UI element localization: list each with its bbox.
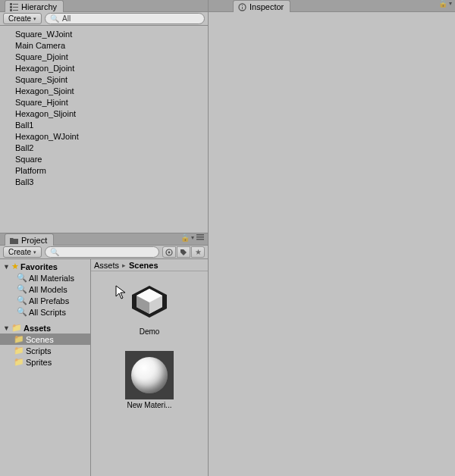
hierarchy-item[interactable]: Square_Sjoint	[15, 74, 208, 86]
save-search-button[interactable]: ★	[191, 246, 205, 258]
favorite-item-label: All Scripts	[29, 308, 66, 317]
project-search-input[interactable]: 🔍	[45, 246, 159, 258]
hierarchy-item[interactable]: Hexagon_Sljoint	[15, 108, 208, 120]
svg-rect-2	[10, 9, 12, 11]
svg-rect-7	[196, 236, 204, 238]
hierarchy-search-input[interactable]: 🔍 All	[45, 13, 205, 24]
hierarchy-item[interactable]: Square_Hjoint	[15, 97, 208, 108]
asset-item[interactable]: Demo	[123, 277, 176, 336]
lock-icon[interactable]: 🔒	[180, 233, 190, 242]
svg-rect-8	[196, 239, 204, 240]
hierarchy-item[interactable]: Platform	[15, 165, 208, 177]
breadcrumb-item[interactable]: Assets	[94, 261, 119, 270]
hierarchy-item[interactable]: Hexagon_Sjoint	[15, 86, 208, 97]
svg-rect-4	[13, 7, 18, 8]
search-icon: 🔍	[50, 249, 59, 256]
project-panel: Project 🔒 ▾ Create ▾ 🔍	[0, 233, 209, 476]
project-create-label: Create	[8, 248, 31, 256]
hierarchy-item[interactable]: Main Camera	[15, 40, 208, 52]
panel-menu-button[interactable]	[196, 233, 205, 242]
favorite-item-label: All Prefabs	[29, 296, 69, 305]
folder-icon: 📁	[14, 346, 24, 355]
tree-favorite-item[interactable]: 🔍All Scripts	[0, 306, 90, 318]
lock-icon[interactable]: 🔒	[438, 0, 447, 8]
favorite-item-label: All Materials	[29, 274, 74, 283]
search-filter-icon: 🔍	[17, 273, 27, 283]
inspector-tab-row: Inspector 🔒 ▾	[209, 0, 455, 12]
svg-rect-0	[10, 3, 12, 5]
tree-favorites-header[interactable]: ▼★Favorites	[0, 261, 90, 272]
project-body: ▼★Favorites🔍All Materials🔍All Models🔍All…	[0, 259, 208, 476]
tree-favorite-item[interactable]: 🔍All Materials	[0, 272, 90, 283]
filter-by-label-button[interactable]	[177, 246, 190, 258]
hierarchy-item[interactable]: Ball3	[15, 177, 208, 188]
breadcrumb[interactable]: Assets▸Scenes	[91, 259, 208, 271]
tree-favorite-item[interactable]: 🔍All Prefabs	[0, 295, 90, 306]
search-icon: 🔍	[50, 15, 59, 23]
inspector-tab-label: Inspector	[249, 2, 284, 11]
favorite-item-label: All Models	[29, 285, 67, 294]
tree-favorite-item[interactable]: 🔍All Models	[0, 283, 90, 295]
breadcrumb-separator-icon: ▸	[122, 261, 126, 269]
hierarchy-item[interactable]: Ball2	[15, 142, 208, 154]
hierarchy-item[interactable]: Ball1	[15, 120, 208, 131]
dropdown-icon: ▾	[449, 0, 452, 7]
hierarchy-item[interactable]: Hexagon_WJoint	[15, 131, 208, 142]
dropdown-icon: ▾	[33, 16, 36, 22]
hierarchy-tab-label: Hierarchy	[21, 2, 57, 11]
project-create-button[interactable]: Create ▾	[3, 246, 42, 258]
material-thumbnail	[125, 351, 174, 399]
project-tab-label: Project	[21, 236, 47, 245]
breadcrumb-item[interactable]: Scenes	[129, 261, 158, 270]
hierarchy-list[interactable]: Square_WJointMain CameraSquare_DjointHex…	[0, 26, 208, 233]
dropdown-icon: ▾	[191, 234, 194, 241]
scene-thumbnail	[125, 277, 174, 326]
folder-icon: 📁	[11, 323, 22, 333]
svg-rect-3	[13, 4, 18, 5]
star-icon: ★	[11, 261, 19, 271]
hierarchy-item[interactable]: Hexagon_Djoint	[15, 63, 208, 74]
filter-by-type-button[interactable]	[162, 246, 176, 258]
svg-rect-1	[10, 6, 12, 8]
folder-item-label: Scenes	[26, 335, 54, 344]
expand-icon: ▼	[3, 263, 10, 271]
project-grid[interactable]: DemoNew Materi...	[91, 271, 208, 476]
project-tab[interactable]: Project	[5, 233, 54, 246]
hierarchy-search-text: All	[62, 14, 199, 23]
svg-rect-18	[242, 7, 243, 9]
expand-icon: ▼	[3, 324, 10, 332]
tree-assets-header[interactable]: ▼📁Assets	[0, 322, 90, 334]
project-tree[interactable]: ▼★Favorites🔍All Materials🔍All Models🔍All…	[0, 259, 91, 476]
project-tab-options: 🔒 ▾	[180, 233, 205, 242]
search-filter-icon: 🔍	[17, 296, 27, 305]
tree-folder-item[interactable]: 📁Scripts	[0, 345, 90, 356]
asset-item-label: New Materi...	[127, 401, 172, 409]
svg-rect-6	[196, 234, 204, 236]
hierarchy-item[interactable]: Square	[15, 154, 208, 165]
hierarchy-icon	[10, 3, 18, 11]
svg-rect-5	[13, 10, 18, 11]
hierarchy-item[interactable]: Square_WJoint	[15, 29, 208, 40]
tree-folder-item[interactable]: 📁Scenes	[0, 334, 90, 345]
tree-folder-item[interactable]: 📁Sprites	[0, 356, 90, 368]
hierarchy-toolbar: Create ▾ 🔍 All	[0, 12, 208, 26]
project-content: Assets▸Scenes DemoNew Materi...	[91, 259, 208, 476]
asset-item-label: Demo	[140, 327, 160, 336]
asset-item[interactable]: New Materi...	[123, 351, 176, 409]
project-tab-row: Project 🔒 ▾	[0, 233, 208, 246]
project-icon	[10, 236, 18, 245]
hierarchy-tab[interactable]: Hierarchy	[5, 0, 64, 12]
hierarchy-panel: Hierarchy Create ▾ 🔍 All Square_WJointMa…	[0, 0, 209, 233]
svg-point-10	[168, 251, 171, 253]
folder-item-label: Scripts	[26, 346, 52, 355]
hierarchy-create-button[interactable]: Create ▾	[3, 13, 42, 24]
hierarchy-create-label: Create	[8, 14, 31, 23]
inspector-icon	[238, 3, 246, 11]
inspector-tab[interactable]: Inspector	[233, 0, 290, 12]
folder-item-label: Sprites	[26, 358, 52, 367]
favorites-label: Favorites	[20, 262, 58, 271]
folder-icon: 📁	[14, 334, 24, 344]
hierarchy-item[interactable]: Square_Djoint	[15, 52, 208, 63]
assets-label: Assets	[24, 324, 51, 333]
search-filter-icon: 🔍	[17, 307, 27, 317]
